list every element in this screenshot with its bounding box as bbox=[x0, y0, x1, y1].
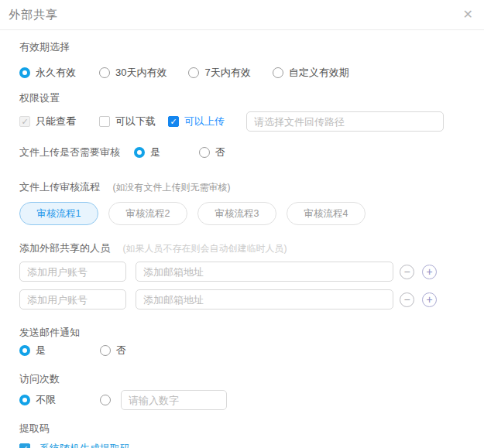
radio-valid-30days[interactable]: 30天内有效 bbox=[99, 66, 166, 80]
radio-notify-no[interactable]: 否 bbox=[100, 344, 126, 357]
upload-review-row: 文件上传是否需要审核 是 否 bbox=[19, 145, 469, 159]
member-row: − + bbox=[19, 262, 469, 282]
radio-valid-7days[interactable]: 7天内有效 bbox=[188, 66, 250, 80]
visit-count-label: 访问次数 bbox=[19, 372, 469, 386]
add-member-button[interactable]: + bbox=[422, 265, 437, 279]
checkbox-can-download[interactable]: 可以下载 bbox=[99, 115, 156, 128]
radio-checked-icon bbox=[19, 67, 30, 78]
add-member-button[interactable]: + bbox=[422, 292, 437, 307]
radio-review-no[interactable]: 否 bbox=[199, 145, 225, 159]
extract-code-row: ✓ 系统随机生成提取码 bbox=[19, 442, 469, 448]
upload-review-label: 文件上传是否需要审核 bbox=[19, 145, 120, 159]
visit-count-row: 不限 bbox=[19, 390, 469, 410]
radio-valid-forever[interactable]: 永久有效 bbox=[19, 66, 76, 80]
pill-review-flow-3[interactable]: 审核流程3 bbox=[197, 202, 276, 225]
radio-visits-unlimited[interactable]: 不限 bbox=[19, 393, 56, 407]
radio-checked-icon bbox=[19, 395, 30, 405]
member-email-input[interactable] bbox=[136, 262, 393, 282]
member-account-input[interactable] bbox=[19, 262, 126, 282]
dialog-body: 有效期选择 永久有效 30天内有效 7天内有效 自定义有效期 权限设置 bbox=[0, 40, 484, 448]
extract-code-label: 提取码 bbox=[19, 422, 469, 436]
radio-unchecked-icon bbox=[273, 67, 283, 78]
members-section: 添加外部共享的人员 (如果人员不存在则会自动创建临时人员) bbox=[19, 241, 469, 255]
radio-valid-custom[interactable]: 自定义有效期 bbox=[273, 66, 349, 80]
members-label: 添加外部共享的人员 bbox=[19, 242, 110, 254]
review-flow-label: 文件上传审核流程 bbox=[19, 181, 100, 193]
pill-review-flow-1[interactable]: 审核流程1 bbox=[19, 202, 98, 225]
email-notify-radio-group: 是 否 bbox=[19, 344, 469, 357]
radio-notify-yes[interactable]: 是 bbox=[19, 344, 46, 357]
review-flow-hint: (如没有文件上传则无需审核) bbox=[112, 182, 230, 193]
remove-member-button[interactable]: − bbox=[400, 265, 414, 279]
checkbox-unchecked-icon bbox=[99, 116, 110, 127]
checkbox-can-upload[interactable]: ✓ 可以上传 bbox=[168, 115, 225, 128]
radio-unchecked-icon bbox=[199, 147, 210, 158]
pill-review-flow-2[interactable]: 审核流程2 bbox=[108, 202, 187, 225]
external-share-dialog: 外部共享 ✕ 有效期选择 永久有效 30天内有效 7天内有效 自定义有效期 bbox=[0, 0, 484, 448]
radio-unchecked-icon bbox=[100, 395, 111, 405]
member-email-input[interactable] bbox=[136, 289, 393, 309]
email-notify-label: 发送邮件通知 bbox=[19, 326, 469, 340]
radio-visits-limited[interactable] bbox=[100, 395, 116, 405]
radio-review-yes[interactable]: 是 bbox=[134, 145, 160, 159]
radio-unchecked-icon bbox=[188, 67, 199, 78]
checkbox-checked-icon: ✓ bbox=[168, 116, 179, 127]
checkbox-checked-icon: ✓ bbox=[19, 443, 30, 448]
visit-count-input[interactable] bbox=[121, 390, 227, 410]
radio-checked-icon bbox=[134, 147, 145, 158]
radio-unchecked-icon bbox=[100, 345, 111, 356]
checkbox-view-only: ✓ 只能查看 bbox=[19, 115, 76, 128]
upload-path-input[interactable] bbox=[246, 111, 444, 132]
checkbox-disabled-checked-icon: ✓ bbox=[19, 116, 30, 127]
close-icon[interactable]: ✕ bbox=[463, 9, 473, 21]
review-flow-section: 文件上传审核流程 (如没有文件上传则无需审核) bbox=[19, 180, 469, 194]
review-flow-options: 审核流程1 审核流程2 审核流程3 审核流程4 bbox=[19, 202, 469, 225]
permissions-section-label: 权限设置 bbox=[19, 91, 469, 105]
radio-unchecked-icon bbox=[99, 67, 110, 78]
validity-section-label: 有效期选择 bbox=[19, 40, 469, 54]
checkbox-random-code[interactable]: ✓ 系统随机生成提取码 bbox=[19, 442, 130, 448]
radio-checked-icon bbox=[19, 345, 30, 356]
member-row: − + bbox=[19, 289, 469, 309]
dialog-title: 外部共享 bbox=[9, 8, 58, 22]
dialog-header: 外部共享 ✕ bbox=[0, 0, 484, 30]
validity-radio-group: 永久有效 30天内有效 7天内有效 自定义有效期 bbox=[19, 66, 469, 80]
pill-review-flow-4[interactable]: 审核流程4 bbox=[287, 202, 366, 225]
member-account-input[interactable] bbox=[19, 289, 126, 309]
remove-member-button[interactable]: − bbox=[400, 292, 414, 307]
members-hint: (如果人员不存在则会自动创建临时人员) bbox=[122, 243, 287, 254]
permissions-row: ✓ 只能查看 可以下载 ✓ 可以上传 bbox=[19, 111, 469, 132]
